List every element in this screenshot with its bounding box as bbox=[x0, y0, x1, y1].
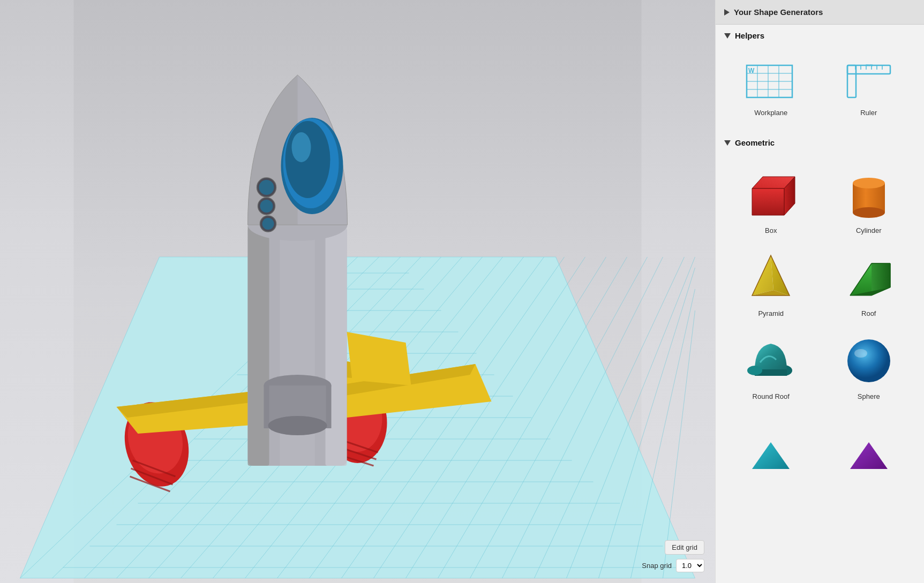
shape-generators-header[interactable]: Your Shape Generators bbox=[716, 0, 924, 25]
round-roof-label: Round Roof bbox=[753, 392, 790, 400]
svg-marker-121 bbox=[850, 442, 888, 469]
box-shape-icon bbox=[741, 164, 800, 223]
svg-point-63 bbox=[286, 121, 330, 198]
collapse-helpers-icon bbox=[724, 33, 731, 39]
sphere-shape-icon bbox=[839, 330, 898, 389]
roof-label: Roof bbox=[861, 309, 876, 317]
workplane-icon: W bbox=[741, 57, 800, 105]
pyramid-shape-item[interactable]: Pyramid bbox=[722, 241, 820, 324]
cylinder-label: Cylinder bbox=[856, 226, 882, 234]
svg-point-118 bbox=[847, 339, 890, 382]
svg-text:mm: mm bbox=[866, 63, 873, 67]
workplane-item[interactable]: W Workplane bbox=[722, 51, 820, 123]
cylinder-shape-item[interactable]: Cylinder bbox=[820, 158, 918, 241]
edit-grid-button[interactable]: Edit grid bbox=[665, 540, 704, 555]
svg-point-100 bbox=[853, 207, 885, 218]
svg-marker-120 bbox=[752, 442, 790, 469]
extra-shape-2-icon bbox=[839, 426, 898, 485]
snap-grid-select[interactable]: 1.0 0.5 2.0 bbox=[676, 559, 704, 572]
geometric-title: Geometric bbox=[735, 138, 775, 147]
shape-generators-title: Your Shape Generators bbox=[734, 7, 823, 17]
roof-shape-icon bbox=[839, 247, 898, 306]
sphere-label: Sphere bbox=[858, 392, 880, 400]
svg-point-68 bbox=[260, 200, 273, 213]
extra-shape-1[interactable] bbox=[722, 420, 820, 491]
svg-marker-93 bbox=[752, 188, 784, 215]
svg-rect-57 bbox=[248, 225, 269, 466]
helpers-grid: W Workplane mm bbox=[716, 47, 924, 132]
svg-point-64 bbox=[292, 132, 311, 162]
svg-rect-58 bbox=[326, 225, 347, 466]
round-roof-shape-item[interactable]: Round Roof bbox=[722, 324, 820, 407]
extra-shapes-grid bbox=[716, 415, 924, 500]
svg-line-39 bbox=[663, 311, 695, 578]
round-roof-shape-icon bbox=[741, 330, 800, 389]
helpers-title: Helpers bbox=[735, 31, 764, 40]
helpers-section-header[interactable]: Helpers bbox=[716, 25, 924, 47]
svg-rect-85 bbox=[847, 65, 856, 97]
extra-shape-2[interactable] bbox=[820, 420, 918, 491]
box-shape-item[interactable]: Box bbox=[722, 158, 820, 241]
ruler-icon: mm bbox=[839, 57, 898, 105]
pyramid-label: Pyramid bbox=[758, 309, 784, 317]
ruler-item[interactable]: mm Ruler bbox=[820, 51, 918, 123]
sphere-shape-item[interactable]: Sphere bbox=[820, 324, 918, 407]
svg-point-101 bbox=[853, 178, 885, 188]
svg-text:W: W bbox=[748, 67, 755, 74]
sidebar: Your Shape Generators Helpers W bbox=[715, 0, 924, 583]
expand-shape-gen-icon bbox=[724, 9, 730, 16]
svg-point-70 bbox=[262, 218, 274, 230]
cylinder-shape-icon bbox=[839, 164, 898, 223]
snap-grid-label: Snap grid bbox=[642, 562, 672, 570]
collapse-geometric-icon bbox=[724, 140, 731, 146]
extra-shape-1-icon bbox=[741, 426, 800, 485]
box-label: Box bbox=[765, 226, 777, 234]
shapes-grid: Box bbox=[716, 154, 924, 415]
workplane-label: Workplane bbox=[754, 109, 787, 117]
svg-point-74 bbox=[268, 416, 327, 435]
svg-point-119 bbox=[854, 349, 867, 358]
geometric-section-header[interactable]: Geometric bbox=[716, 132, 924, 154]
svg-point-66 bbox=[259, 180, 274, 195]
pyramid-shape-icon bbox=[741, 247, 800, 306]
bottom-controls: Edit grid Snap grid 1.0 0.5 2.0 bbox=[642, 540, 704, 572]
roof-shape-item[interactable]: Roof bbox=[820, 241, 918, 324]
ruler-label: Ruler bbox=[860, 109, 877, 117]
viewport[interactable]: Edit grid Snap grid 1.0 0.5 2.0 bbox=[0, 0, 715, 583]
svg-point-117 bbox=[747, 366, 762, 375]
